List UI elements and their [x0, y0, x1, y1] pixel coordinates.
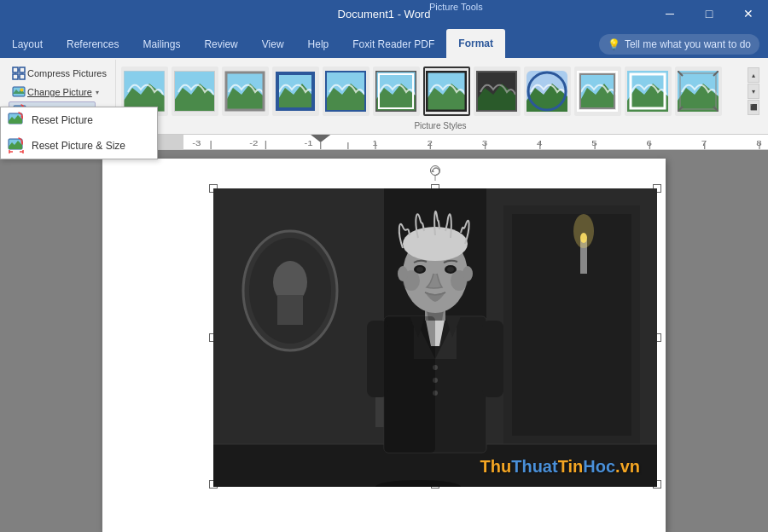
change-picture-arrow: ▾	[96, 89, 99, 96]
title-bar: Picture Tools Document1 - Word ─ □ ✕	[0, 0, 768, 27]
tab-layout[interactable]: Layout	[0, 31, 55, 58]
minimize-button[interactable]: ─	[650, 0, 689, 27]
change-picture-button[interactable]: Change Picture ▾	[9, 83, 102, 101]
tell-me-label: Tell me what you want to do	[625, 38, 751, 50]
style-thumb-12[interactable]	[675, 66, 722, 116]
style-more-button[interactable]: ⬛	[748, 100, 759, 115]
compress-pictures-button[interactable]: Compress Pictures	[9, 64, 110, 83]
tab-review[interactable]: Review	[192, 31, 249, 58]
style-thumb-2[interactable]	[172, 66, 218, 116]
style-thumb-9[interactable]	[524, 66, 571, 116]
svg-rect-31	[325, 71, 327, 112]
image-container[interactable]: ThuThuatTinHoc.vn	[205, 184, 666, 491]
reset-picture-size-item-label: Reset Picture & Size	[32, 140, 125, 152]
svg-text:-1: -1	[304, 139, 313, 147]
picture-styles-scroll-area	[121, 66, 744, 116]
svg-marker-99	[431, 170, 434, 172]
change-picture-icon	[12, 85, 26, 99]
reset-picture-size-item[interactable]: Reset Picture & Size	[1, 133, 157, 159]
change-picture-label: Change Picture	[27, 87, 92, 97]
canvas-area: ThuThuatTinHoc.vn	[0, 150, 768, 532]
style-scroll-controls: ▴ ▾ ⬛	[748, 67, 759, 115]
style-scroll-up-button[interactable]: ▴	[748, 67, 759, 83]
style-thumb-7[interactable]	[423, 66, 470, 116]
lightbulb-icon: 💡	[608, 38, 620, 50]
svg-point-135	[447, 267, 454, 272]
picture-tools-label: Picture Tools	[429, 2, 483, 12]
style-scroll-down-button[interactable]: ▾	[748, 84, 759, 99]
doc-title: Document1 - Word	[338, 8, 431, 20]
tab-foxit[interactable]: Foxit Reader PDF	[340, 31, 446, 58]
reset-picture-item-label: Reset Picture	[32, 114, 93, 126]
svg-rect-0	[13, 67, 18, 72]
svg-point-139	[463, 266, 473, 281]
svg-rect-29	[325, 71, 366, 72]
svg-rect-1	[20, 67, 25, 72]
word-page: ThuThuatTinHoc.vn	[102, 159, 666, 532]
window-controls: ─ □ ✕	[650, 0, 768, 27]
tab-view[interactable]: View	[250, 31, 296, 58]
style-thumb-6[interactable]	[373, 66, 420, 116]
close-button[interactable]: ✕	[729, 0, 768, 27]
svg-text:-3: -3	[192, 139, 201, 147]
svg-rect-3	[20, 74, 25, 79]
maximize-button[interactable]: □	[689, 0, 729, 27]
compress-pictures-label: Compress Pictures	[27, 68, 107, 78]
picture-styles-label: Picture Styles	[121, 121, 759, 132]
svg-point-10	[20, 89, 24, 92]
svg-point-138	[398, 266, 408, 281]
svg-text:-2: -2	[249, 139, 259, 147]
ribbon-tabs-bar: Layout References Mailings Review View H…	[0, 27, 768, 58]
svg-rect-2	[13, 74, 18, 79]
svg-point-134	[416, 267, 423, 272]
portrait-image[interactable]: ThuThuatTinHoc.vn	[213, 188, 657, 487]
compress-icon	[12, 66, 26, 80]
tell-me-box[interactable]: 💡 Tell me what you want to do	[599, 34, 759, 55]
svg-rect-127	[482, 321, 503, 397]
reset-picture-size-item-icon	[8, 137, 25, 154]
reset-picture-item[interactable]: Reset Picture	[1, 107, 157, 133]
reset-picture-dropdown: Reset Picture Reset Picture & Size	[0, 107, 158, 159]
tab-references[interactable]: References	[55, 31, 131, 58]
svg-rect-108	[277, 295, 303, 325]
tab-format[interactable]: Format	[446, 29, 505, 58]
svg-rect-32	[364, 71, 366, 112]
svg-rect-104	[512, 214, 631, 436]
svg-point-111	[573, 214, 594, 248]
style-thumb-4[interactable]	[272, 66, 319, 116]
rotate-handle[interactable]	[430, 165, 440, 176]
style-thumb-10[interactable]	[574, 66, 621, 116]
tab-mailings[interactable]: Mailings	[131, 31, 192, 58]
svg-rect-30	[325, 110, 366, 112]
picture-styles-group: ▴ ▾ ⬛ Picture Styles	[116, 60, 765, 134]
tab-help[interactable]: Help	[296, 31, 341, 58]
svg-rect-140	[384, 316, 435, 453]
style-thumb-3[interactable]	[222, 66, 269, 116]
style-thumb-11[interactable]	[625, 66, 672, 116]
reset-picture-item-icon	[8, 112, 25, 129]
style-thumb-8[interactable]	[474, 66, 521, 116]
style-thumb-5[interactable]	[323, 66, 369, 116]
